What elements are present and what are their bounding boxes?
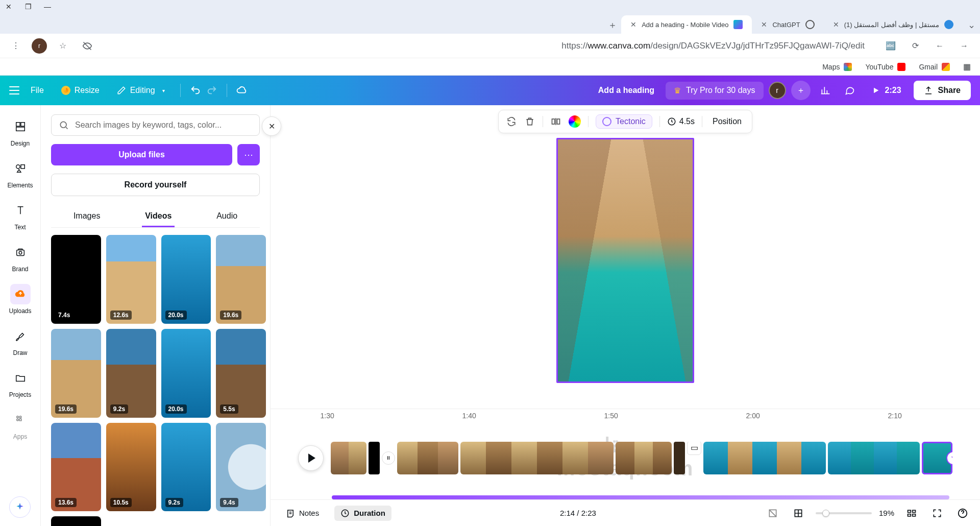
clip-duration-control[interactable]: 4.5s — [667, 117, 695, 126]
document-title[interactable]: Add a heading — [592, 83, 660, 98]
win-restore-icon[interactable]: ❐ — [23, 2, 33, 11]
panel-tab-videos[interactable]: Videos — [142, 206, 175, 227]
transition-icon[interactable]: ▭ — [687, 442, 701, 455]
bookmark-gmail[interactable]: Gmail — [919, 63, 950, 71]
file-menu[interactable]: File — [24, 83, 50, 98]
timeline-play-button[interactable] — [298, 445, 324, 471]
browser-tab-mostaql[interactable]: ✕ (1) مستقل | وظف أفضل المستقل — [824, 15, 963, 34]
bookmark-maps[interactable]: Maps — [822, 63, 852, 71]
animation-chip[interactable]: Tectonic — [596, 114, 652, 129]
undo-icon[interactable] — [190, 85, 201, 96]
thumbnail-view-icon[interactable] — [903, 505, 920, 521]
new-tab-button[interactable]: ＋ — [604, 16, 621, 34]
analytics-icon[interactable] — [816, 81, 835, 100]
resize-button[interactable]: Resize — [55, 83, 106, 98]
editing-mode-dropdown[interactable]: Editing — [111, 83, 171, 98]
preview-play-button[interactable]: 2:23 — [865, 83, 909, 98]
timeline-clip[interactable] — [828, 442, 920, 474]
panel-tab-audio[interactable]: Audio — [213, 206, 240, 227]
nav-draw[interactable]: Draw — [3, 322, 38, 361]
video-thumbnail[interactable]: 5.5s — [216, 329, 266, 418]
timeline-clip-selected[interactable]: 4.5s — [922, 442, 952, 474]
nav-design[interactable]: Design — [3, 112, 38, 151]
timeline-clip[interactable] — [369, 442, 380, 474]
duration-button[interactable]: Duration — [334, 506, 391, 521]
reload-icon[interactable]: ⟳ — [906, 37, 924, 55]
grid-on-icon[interactable] — [790, 505, 806, 521]
time-ruler[interactable]: 1:30 1:40 1:50 2:00 2:10 — [271, 409, 980, 422]
nav-back-icon[interactable]: ← — [931, 37, 948, 55]
video-thumbnail[interactable]: 10.5s — [106, 423, 156, 512]
upload-more-button[interactable]: ⋯ — [237, 144, 260, 165]
canvas-frame[interactable] — [556, 138, 694, 383]
user-avatar[interactable]: r — [769, 82, 786, 99]
try-pro-button[interactable]: ♛ Try Pro for 30 days — [666, 82, 763, 100]
add-collaborator-button[interactable]: ＋ — [791, 81, 811, 100]
upload-files-button[interactable]: Upload files — [51, 144, 232, 165]
close-icon[interactable]: ✕ — [761, 20, 767, 29]
video-thumbnail[interactable]: 20.0s — [161, 235, 211, 324]
nav-text[interactable]: Text — [3, 196, 38, 235]
replace-icon[interactable] — [506, 116, 517, 127]
redo-icon[interactable] — [206, 85, 217, 96]
zoom-slider[interactable] — [816, 512, 872, 514]
search-input[interactable]: Search images by keyword, tags, color... — [51, 114, 260, 136]
color-wheel-icon[interactable] — [569, 115, 581, 128]
timeline-clip[interactable] — [460, 442, 614, 474]
timeline-clip[interactable] — [616, 442, 672, 474]
browser-menu-icon[interactable]: ⋮ — [7, 37, 24, 55]
timeline-clip[interactable] — [331, 442, 366, 474]
share-button[interactable]: Share — [914, 81, 971, 100]
close-icon[interactable]: ✕ — [833, 20, 839, 29]
browser-profile-avatar[interactable]: r — [32, 38, 47, 54]
browser-tab-chatgpt[interactable]: ✕ ChatGPT — [752, 15, 823, 34]
video-thumbnail[interactable]: 12.6s — [106, 235, 156, 324]
browser-tab-canva[interactable]: ✕ Add a heading - Mobile Video — [621, 15, 752, 34]
canvas-wrap[interactable]: مستقل mostaql.com — [271, 133, 980, 409]
pause-marker-icon[interactable]: ⏸ — [382, 451, 395, 465]
nav-elements[interactable]: Elements — [3, 154, 38, 193]
video-thumbnail[interactable]: 9.4s — [216, 423, 266, 512]
zoom-slider-knob[interactable] — [822, 510, 829, 517]
delete-icon[interactable] — [524, 116, 535, 127]
menu-icon[interactable] — [9, 86, 19, 94]
timeline-clip[interactable] — [397, 442, 458, 474]
timeline-clip[interactable] — [703, 442, 826, 474]
fullscreen-icon[interactable] — [929, 505, 945, 521]
nav-uploads[interactable]: Uploads — [3, 280, 38, 319]
video-thumbnail[interactable]: 9.2s — [106, 329, 156, 418]
tabs-overflow-button[interactable]: ⌄ — [963, 16, 980, 34]
bookmark-youtube[interactable]: YouTube — [865, 63, 905, 71]
timeline-clip[interactable] — [674, 442, 685, 474]
help-icon[interactable] — [954, 505, 971, 521]
win-close-icon[interactable]: ✕ — [4, 2, 13, 11]
position-button[interactable]: Position — [709, 117, 745, 126]
close-icon[interactable]: ✕ — [630, 20, 636, 29]
notes-button[interactable]: Notes — [280, 506, 325, 521]
grid-off-icon[interactable] — [765, 505, 781, 521]
cloud-sync-icon[interactable] — [236, 85, 248, 96]
magic-ai-button[interactable] — [9, 496, 31, 518]
timeline-track[interactable]: ⏸ ▭ 4.5s — [271, 422, 980, 493]
panel-tab-images[interactable]: Images — [70, 206, 103, 227]
nav-forward-icon[interactable]: → — [955, 37, 973, 55]
incognito-eye-icon[interactable] — [79, 37, 96, 55]
thumbnail-scroll[interactable]: 7.4s12.6s20.0s19.6s19.6s9.2s20.0s5.5s13.… — [41, 228, 270, 526]
translate-icon[interactable]: 🔤 — [882, 37, 899, 55]
win-min-icon[interactable]: — — [43, 2, 52, 11]
zoom-control[interactable]: 19% — [816, 509, 894, 517]
video-thumbnail[interactable]: 19.6s — [51, 329, 101, 418]
video-thumbnail[interactable]: 19.6s — [216, 235, 266, 324]
video-thumbnail[interactable]: 9.2s — [161, 423, 211, 512]
split-icon[interactable] — [550, 116, 561, 127]
bookmark-star-icon[interactable]: ☆ — [54, 37, 71, 55]
nav-brand[interactable]: Brand — [3, 238, 38, 277]
video-thumbnail[interactable] — [51, 516, 101, 526]
video-thumbnail[interactable]: 20.0s — [161, 329, 211, 418]
video-thumbnail[interactable]: 7.4s — [51, 235, 101, 324]
timeline-scrubber[interactable] — [332, 495, 949, 499]
address-url[interactable]: https://www.canva.com/design/DAGSkVEzVJg… — [103, 41, 875, 51]
video-thumbnail[interactable]: 13.6s — [51, 423, 101, 512]
comments-icon[interactable] — [840, 81, 860, 100]
record-yourself-button[interactable]: Record yourself — [51, 174, 260, 196]
